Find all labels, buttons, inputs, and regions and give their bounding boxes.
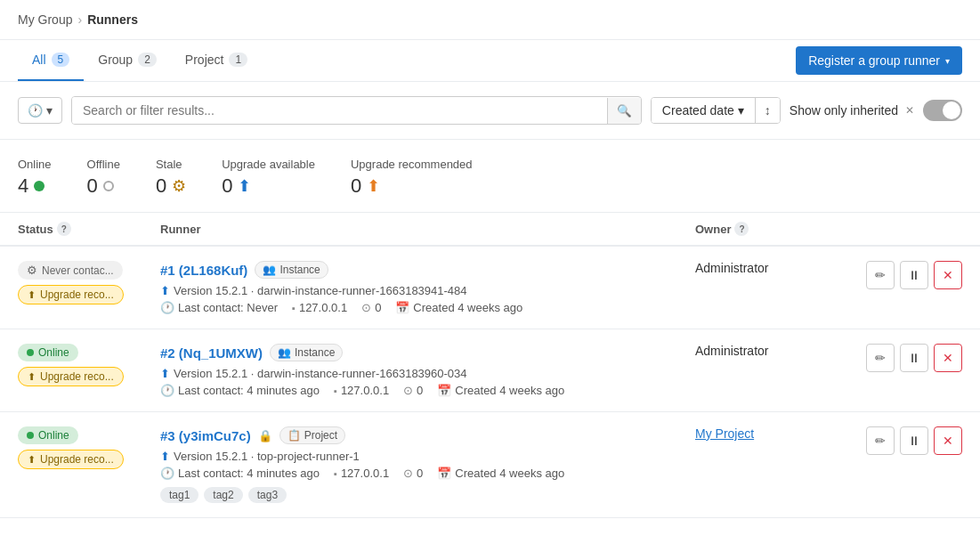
calendar-icon-2: 📅 <box>437 384 451 397</box>
delete-button-3[interactable]: ✕ <box>934 426 962 455</box>
actions-col-3: ✏ ⏸ ✕ <box>855 426 962 455</box>
status-badge-online-3: Online <box>18 426 78 444</box>
sort-chevron-icon: ▾ <box>738 103 744 118</box>
ip-2: ▪ 127.0.0.1 <box>334 384 389 397</box>
upgrade-badge-1: ⬆ Upgrade reco... <box>18 285 124 304</box>
status-label-1: Never contac... <box>42 264 114 277</box>
table-header: Status ? Runner Owner ? <box>0 213 980 247</box>
edit-button-1[interactable]: ✏ <box>866 261 895 289</box>
tab-all[interactable]: All 5 <box>18 40 84 81</box>
stat-upgrade-available-value: 0 ⬆ <box>222 174 315 198</box>
breadcrumb-group-link[interactable]: My Group <box>18 12 72 27</box>
last-contact-1: 🕐 Last contact: Never <box>160 301 278 314</box>
delete-button-1[interactable]: ✕ <box>934 261 962 289</box>
status-help-icon[interactable]: ? <box>57 222 71 236</box>
runner-col-1: #1 (2L168Kuf) 👥 Instance ⬆ Version 15.2.… <box>160 261 695 314</box>
sort-direction-icon: ↕ <box>765 103 771 118</box>
terminal-icon-3: ▪ <box>334 468 337 479</box>
runner-col-3: #3 (y3imCu7c) 🔒 📋 Project ⬆ Version 15.2… <box>160 426 695 503</box>
runner-version-2: ⬆ Version 15.2.1 · darwin-instance-runne… <box>160 367 695 380</box>
offline-count: 0 <box>87 174 98 198</box>
status-label-2: Online <box>38 346 69 359</box>
upgrade-available-icon: ⬆ <box>238 176 251 196</box>
runner-link-3[interactable]: #3 (y3imCu7c) <box>160 428 251 443</box>
ip-3: ▪ 127.0.0.1 <box>334 467 389 480</box>
search-icon-button[interactable]: 🔍 <box>607 98 641 124</box>
upgrade-icon-2: ⬆ <box>28 371 36 383</box>
sort-label-text: Created date <box>662 103 734 118</box>
chevron-down-icon: ▾ <box>945 56 950 66</box>
stat-upgrade-available: Upgrade available 0 ⬆ <box>222 158 315 198</box>
stat-stale: Stale 0 ⚙ <box>156 158 186 198</box>
ip-1: ▪ 127.0.0.1 <box>292 301 347 314</box>
register-runner-button[interactable]: Register a group runner ▾ <box>796 46 962 75</box>
stat-stale-label: Stale <box>156 158 186 171</box>
upgrade-small-icon-2: ⬆ <box>160 367 170 380</box>
filter-bar: 🕐 ▾ 🔍 Created date ▾ ↕ Show only inherit… <box>0 82 980 140</box>
search-icon: 🔍 <box>617 104 632 118</box>
delete-button-2[interactable]: ✕ <box>934 344 962 372</box>
runner-type-label-3: Project <box>304 429 337 442</box>
stat-upgrade-recommended-label: Upgrade recommended <box>351 158 473 171</box>
upgrade-icon-3: ⬆ <box>28 454 36 466</box>
runner-type-badge-1: 👥 Instance <box>255 261 328 279</box>
search-input[interactable] <box>72 97 607 124</box>
edit-button-3[interactable]: ✏ <box>866 426 895 455</box>
jobs-1: ⊙ 0 <box>361 301 381 314</box>
tag-2: tag2 <box>204 487 242 503</box>
stats-bar: Online 4 Offline 0 Stale 0 ⚙ Upgrade ava… <box>0 140 980 213</box>
th-owner: Owner ? <box>695 222 855 236</box>
sort-direction-button[interactable]: ↕ <box>756 98 780 123</box>
runner-type-badge-2: 👥 Instance <box>270 344 343 361</box>
breadcrumb-current: Runners <box>87 12 138 27</box>
last-contact-3: 🕐 Last contact: 4 minutes ago <box>160 467 320 480</box>
owner-col-1: Administrator <box>695 261 855 275</box>
terminal-icon-1: ▪ <box>292 303 296 313</box>
sort-label-button[interactable]: Created date ▾ <box>652 98 756 123</box>
clock-icon-2: 🕐 <box>160 384 174 397</box>
clock-icon-1: 🕐 <box>160 301 174 314</box>
runner-link-1[interactable]: #1 (2L168Kuf) <box>160 263 247 278</box>
tab-group[interactable]: Group 2 <box>84 40 171 81</box>
project-icon-3: 📋 <box>288 429 301 442</box>
calendar-icon-1: 📅 <box>395 301 409 314</box>
history-icon: 🕐 <box>28 103 43 118</box>
never-contact-icon: ⚙ <box>27 264 37 277</box>
upgrade-recommended-icon: ⬆ <box>367 176 380 196</box>
owner-name-1: Administrator <box>695 261 768 275</box>
runner-type-badge-3: 📋 Project <box>279 426 345 444</box>
runner-version-1: ⬆ Version 15.2.1 · darwin-instance-runne… <box>160 284 695 297</box>
filter-history-button[interactable]: 🕐 ▾ <box>18 97 62 124</box>
pause-button-1[interactable]: ⏸ <box>900 261 928 289</box>
created-1: 📅 Created 4 weeks ago <box>395 301 522 314</box>
edit-button-2[interactable]: ✏ <box>866 344 895 372</box>
runner-type-label-1: Instance <box>279 264 320 276</box>
toggle-switch[interactable] <box>923 100 962 121</box>
owner-help-icon[interactable]: ? <box>734 222 749 236</box>
tab-project[interactable]: Project 1 <box>171 40 262 81</box>
pause-button-3[interactable]: ⏸ <box>900 426 928 455</box>
runner-title-2: #2 (Nq_1UMXW) 👥 Instance <box>160 344 695 361</box>
stale-count: 0 <box>156 174 166 198</box>
status-badge-never-1: ⚙ Never contac... <box>18 261 123 280</box>
stat-online: Online 4 <box>18 158 52 198</box>
runner-tags-3: tag1 tag2 tag3 <box>160 487 695 503</box>
last-contact-2: 🕐 Last contact: 4 minutes ago <box>160 384 320 397</box>
tab-project-badge: 1 <box>229 53 247 67</box>
version-text-3: Version 15.2.1 · top-project-runner-1 <box>174 450 360 463</box>
table-row: ⚙ Never contac... ⬆ Upgrade reco... #1 (… <box>0 247 980 329</box>
actions-col-1: ✏ ⏸ ✕ <box>855 261 962 289</box>
runner-title-3: #3 (y3imCu7c) 🔒 📋 Project <box>160 426 695 444</box>
owner-link-3[interactable]: My Project <box>695 426 754 441</box>
pause-button-2[interactable]: ⏸ <box>900 344 928 372</box>
stat-upgrade-recommended: Upgrade recommended 0 ⬆ <box>351 158 473 198</box>
stat-offline-label: Offline <box>87 158 120 171</box>
table-row: Online ⬆ Upgrade reco... #2 (Nq_1UMXW) 👥… <box>0 329 980 412</box>
runner-link-2[interactable]: #2 (Nq_1UMXW) <box>160 345 263 361</box>
upgrade-icon-1: ⬆ <box>28 289 36 301</box>
toggle-clear-icon[interactable]: ✕ <box>905 104 914 117</box>
tag-3: tag3 <box>248 487 287 503</box>
th-runner: Runner <box>160 222 695 236</box>
terminal-icon-2: ▪ <box>334 386 337 396</box>
breadcrumb: My Group › Runners <box>0 0 980 40</box>
